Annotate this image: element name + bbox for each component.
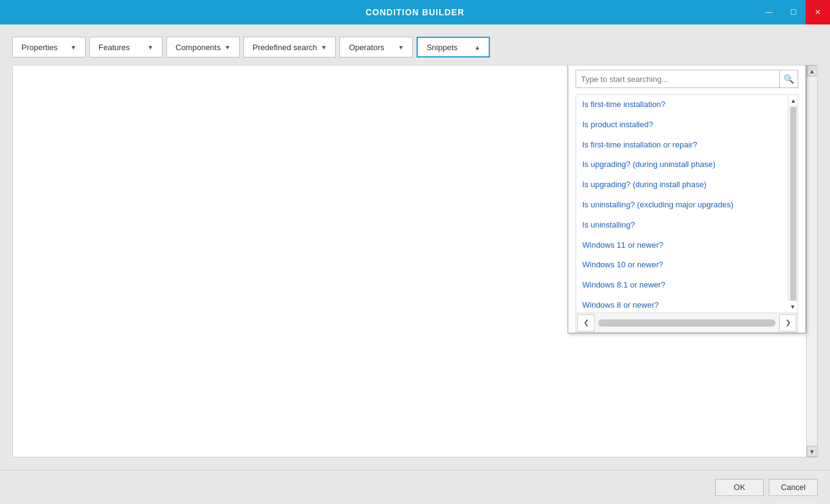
properties-dropdown[interactable]: Properties ▼ [12, 37, 86, 57]
snippet-scroll-track [790, 107, 796, 313]
components-dropdown[interactable]: Components ▼ [166, 37, 240, 57]
snippet-list-item[interactable]: Windows 8 or newer? [576, 295, 798, 313]
ok-button[interactable]: OK [715, 479, 764, 496]
maximize-button[interactable]: ☐ [781, 0, 806, 24]
snippets-dropdown[interactable]: Snippets ▲ [417, 37, 490, 57]
minimize-button[interactable]: — [757, 0, 781, 24]
snippet-search-input[interactable] [576, 70, 780, 88]
hscroll-right-icon[interactable]: ❯ [779, 314, 796, 332]
snippet-list-item[interactable]: Is first-time installation? [576, 95, 798, 115]
window-controls: — ☐ ✕ [757, 0, 830, 24]
toolbar: Properties ▼ Features ▼ Components ▼ Pre… [12, 37, 818, 57]
snippet-list-item[interactable]: Is upgrading? (during install phase) [576, 175, 798, 195]
features-label: Features [98, 43, 130, 52]
predefined-search-label: Predefined search [253, 43, 317, 52]
scroll-down-arrow-icon[interactable]: ▼ [807, 446, 818, 457]
snippet-scroll-up-icon[interactable]: ▲ [788, 95, 798, 107]
snippet-list-item[interactable]: Is upgrading? (during uninstall phase) [576, 155, 798, 175]
bottom-bar: OK Cancel [0, 470, 830, 504]
title-bar: CONDITION BUILDER — ☐ ✕ [0, 0, 830, 24]
scroll-track[interactable] [807, 76, 817, 446]
operators-label: Operators [349, 43, 384, 52]
main-wrapper: Properties ▼ Features ▼ Components ▼ Pre… [0, 24, 830, 470]
snippet-search-row: 🔍 [568, 70, 806, 94]
features-arrow-icon: ▼ [147, 44, 154, 51]
snippet-list-item[interactable]: Is product installed? [576, 115, 798, 135]
window-title: CONDITION BUILDER [366, 7, 465, 17]
snippet-list-item[interactable]: Is uninstalling? (excluding major upgrad… [576, 195, 798, 215]
components-label: Components [176, 43, 221, 52]
snippet-list-item[interactable]: Is first-time installation or repair? [576, 135, 798, 155]
properties-arrow-icon: ▼ [70, 44, 76, 51]
content-area: ▲ ▼ Select a snippet 🔍 Is first-time ins… [12, 65, 818, 458]
hscroll-left-icon[interactable]: ❮ [577, 314, 595, 332]
snippet-panel-title: Select a snippet [568, 65, 806, 70]
components-arrow-icon: ▼ [224, 44, 231, 51]
snippet-list: Is first-time installation?Is product in… [576, 95, 798, 313]
operators-arrow-icon: ▼ [398, 44, 404, 51]
snippet-list-item[interactable]: Windows 11 or newer? [576, 235, 798, 256]
snippets-label: Snippets [426, 43, 458, 52]
properties-label: Properties [21, 43, 57, 52]
search-icon: 🔍 [784, 74, 794, 84]
snippet-horizontal-scrollbar: ❮ ❯ [576, 313, 798, 332]
snippets-arrow-icon: ▲ [475, 44, 481, 51]
close-button[interactable]: ✕ [806, 0, 830, 24]
snippet-list-scrollbar: ▲ ▼ [788, 95, 798, 313]
predefined-search-dropdown[interactable]: Predefined search ▼ [243, 37, 336, 57]
predefined-arrow-icon: ▼ [321, 44, 327, 51]
snippet-search-button[interactable]: 🔍 [780, 70, 798, 88]
cancel-button[interactable]: Cancel [769, 479, 818, 496]
snippet-list-item[interactable]: Is uninstalling? [576, 215, 798, 235]
right-scrollbar: ▲ ▼ [806, 65, 817, 457]
snippet-list-item[interactable]: Windows 10 or newer? [576, 255, 798, 275]
snippet-scroll-down-icon[interactable]: ▼ [788, 300, 798, 313]
operators-dropdown[interactable]: Operators ▼ [339, 37, 413, 57]
snippet-list-container: Is first-time installation?Is product in… [576, 94, 798, 333]
hscroll-track[interactable] [598, 319, 776, 327]
snippet-panel: Select a snippet 🔍 Is first-time install… [568, 65, 806, 333]
scroll-up-arrow-icon[interactable]: ▲ [807, 65, 818, 76]
features-dropdown[interactable]: Features ▼ [89, 37, 163, 57]
snippet-list-item[interactable]: Windows 8.1 or newer? [576, 275, 798, 295]
